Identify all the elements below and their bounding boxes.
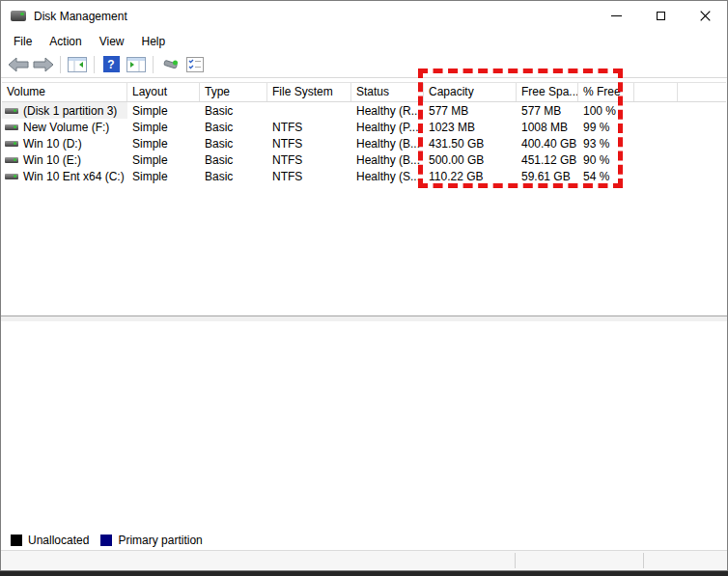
volume-icon [5, 124, 18, 130]
volume-free-space: 577 MB [517, 104, 578, 118]
column-header-file-system[interactable]: File System [267, 83, 351, 101]
volume-name: Win 10 (E:) [23, 153, 81, 167]
volume-status: Healthy (P... [351, 121, 424, 134]
table-row[interactable]: New Volume (F:) Simple Basic NTFS Health… [2, 119, 726, 135]
volume-type: Basic [200, 153, 267, 167]
menu-file[interactable]: File [5, 33, 41, 50]
volume-capacity: 1023 MB [424, 121, 517, 134]
column-header-capacity[interactable]: Capacity [424, 83, 517, 101]
column-header-free-space[interactable]: Free Spa... [517, 83, 578, 101]
legend: Unallocated Primary partition [2, 531, 726, 551]
volume-free-space: 451.12 GB [517, 153, 578, 167]
volume-name: Win 10 Ent x64 (C:) [23, 170, 125, 183]
primary-partition-swatch [100, 535, 112, 546]
toolbar [1, 51, 727, 78]
menu-help[interactable]: Help [133, 33, 175, 50]
caption-buttons [594, 1, 727, 31]
volume-file-system: NTFS [267, 170, 351, 183]
window-title: Disk Management [34, 10, 127, 23]
volume-icon [5, 108, 18, 114]
show-console-tree-button[interactable] [65, 53, 90, 76]
forward-icon [33, 57, 54, 72]
volume-name: New Volume (F:) [23, 121, 109, 134]
volume-layout: Simple [127, 104, 200, 118]
column-header-empty [634, 83, 678, 101]
volume-icon [5, 141, 18, 147]
close-button[interactable] [683, 1, 727, 31]
disk-management-app-icon [11, 11, 26, 21]
back-icon [8, 57, 29, 72]
close-icon [700, 11, 711, 21]
volume-icon [5, 174, 18, 179]
volume-layout: Simple [127, 153, 200, 167]
checklist-button[interactable] [182, 53, 208, 76]
menu-view[interactable]: View [91, 33, 133, 50]
back-button[interactable] [6, 53, 31, 76]
volume-name: Win 10 (D:) [23, 137, 82, 151]
column-header-layout[interactable]: Layout [127, 83, 200, 101]
volume-table-header: Volume Layout Type File System Status Ca… [2, 82, 726, 102]
help-icon [103, 56, 120, 72]
column-header-filler [678, 83, 726, 101]
volume-file-system: NTFS [267, 137, 351, 151]
volume-status: Healthy (S... [351, 170, 424, 183]
table-row[interactable]: Win 10 Ent x64 (C:) Simple Basic NTFS He… [2, 168, 726, 184]
column-header-status[interactable]: Status [351, 83, 424, 101]
graphical-view: Disk 0 Basic 931.50 GB Online Win 10 (D:… [2, 321, 726, 531]
title-bar: Disk Management [1, 1, 727, 31]
volume-icon [5, 157, 18, 163]
show-action-pane-button[interactable] [124, 53, 149, 76]
checklist-icon [186, 57, 204, 72]
volume-free-space: 59.61 GB [517, 170, 578, 183]
unallocated-swatch [11, 535, 22, 546]
maximize-button[interactable] [638, 1, 683, 31]
minimize-button[interactable] [594, 1, 638, 31]
volume-name: (Disk 1 partition 3) [23, 104, 117, 118]
column-header-type[interactable]: Type [200, 83, 267, 101]
volume-capacity: 431.50 GB [424, 137, 517, 151]
menu-bar: File Action View Help [1, 31, 727, 51]
volume-percent-free: 90 % [578, 153, 634, 167]
volume-free-space: 400.40 GB [517, 137, 578, 151]
background-strip [0, 571, 728, 576]
status-separator [643, 553, 644, 568]
volume-percent-free: 99 % [578, 121, 634, 134]
volume-status: Healthy (B... [351, 153, 424, 167]
volume-percent-free: 93 % [578, 137, 634, 151]
column-header-volume[interactable]: Volume [2, 83, 127, 101]
volume-type: Basic [200, 137, 267, 151]
help-button[interactable] [98, 53, 124, 76]
volume-layout: Simple [127, 137, 200, 151]
volume-status: Healthy (R... [351, 104, 424, 118]
volume-capacity: 110.22 GB [424, 170, 517, 183]
volume-type: Basic [200, 170, 267, 183]
volume-free-space: 1008 MB [517, 121, 578, 134]
table-row[interactable]: (Disk 1 partition 3) Simple Basic Health… [2, 102, 726, 119]
column-header-percent-free[interactable]: % Free [578, 83, 634, 101]
volume-capacity: 577 MB [424, 104, 517, 118]
volume-table: (Disk 1 partition 3) Simple Basic Health… [2, 102, 726, 184]
toolbar-separator [94, 56, 95, 73]
legend-primary-partition-label: Primary partition [118, 534, 202, 547]
disk-tool-button[interactable] [157, 53, 182, 76]
status-separator [515, 553, 516, 568]
volume-type: Basic [200, 121, 267, 134]
volume-file-system: NTFS [267, 153, 351, 167]
menu-action[interactable]: Action [41, 33, 90, 50]
maximize-icon [657, 12, 665, 20]
toolbar-separator [153, 56, 154, 73]
volume-file-system: NTFS [267, 121, 351, 134]
disk-management-window: Disk Management File Action View Help [0, 0, 728, 571]
action-pane-icon [126, 57, 146, 72]
volume-layout: Simple [127, 170, 200, 183]
minimize-icon [611, 15, 622, 16]
legend-unallocated-label: Unallocated [28, 534, 89, 547]
volume-layout: Simple [127, 121, 200, 134]
forward-button[interactable] [31, 53, 56, 76]
screen: Disk Management File Action View Help [0, 0, 728, 576]
volume-capacity: 500.00 GB [424, 153, 517, 167]
volume-percent-free: 100 % [578, 104, 634, 118]
table-row[interactable]: Win 10 (E:) Simple Basic NTFS Healthy (B… [2, 151, 726, 168]
disk-tool-icon [160, 57, 180, 72]
table-row[interactable]: Win 10 (D:) Simple Basic NTFS Healthy (B… [2, 135, 726, 151]
